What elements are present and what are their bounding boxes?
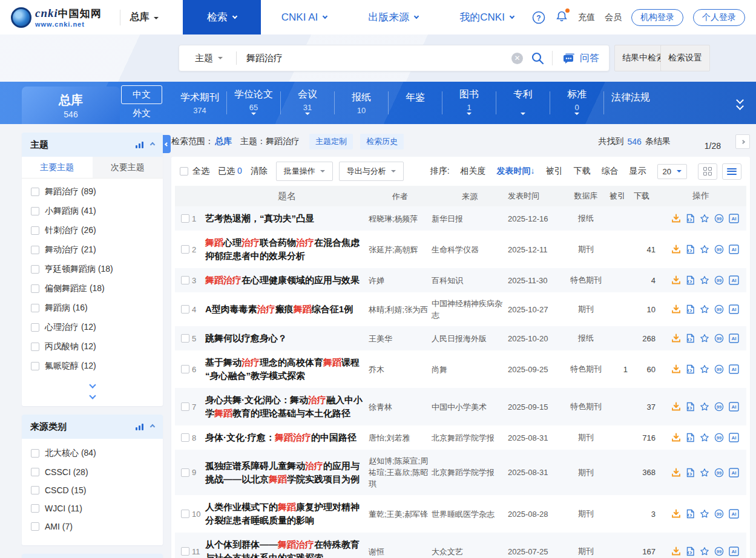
search-settings-button[interactable]: 检索设置 — [660, 45, 710, 71]
filter-item[interactable]: 舞蹈治疗 (89) — [22, 182, 163, 202]
result-source[interactable]: 世界睡眠医学杂志 — [432, 508, 508, 520]
ai-assistant-icon[interactable]: AI — [729, 214, 739, 223]
result-title-link[interactable]: 艺考热退潮，“真功夫”凸显 — [205, 212, 369, 225]
db-tab[interactable]: 学术期刊 374 — [173, 91, 226, 115]
cite-icon[interactable]: 99 — [714, 509, 724, 519]
download-icon[interactable] — [671, 304, 681, 314]
cite-icon[interactable]: 99 — [714, 214, 724, 223]
filter-item[interactable]: 亨廷顿舞蹈病 (18) — [22, 260, 163, 279]
tab-secondary-subject[interactable]: 次要主题 — [93, 157, 163, 178]
download-icon[interactable] — [671, 214, 681, 223]
cite-icon[interactable]: 99 — [714, 304, 724, 314]
filter-item[interactable]: 偏侧舞蹈症 (18) — [22, 279, 163, 298]
html-read-icon[interactable] — [686, 547, 695, 556]
favorite-star-icon[interactable] — [700, 245, 709, 254]
download-icon[interactable] — [671, 333, 681, 343]
html-read-icon[interactable] — [686, 509, 695, 519]
ai-assistant-icon[interactable]: AI — [729, 509, 739, 519]
cite-icon[interactable]: 99 — [714, 547, 724, 556]
row-checkbox[interactable] — [181, 433, 189, 442]
library-switch[interactable]: 总库 — [130, 11, 159, 24]
nav-my-cnki[interactable]: 我的CNKI — [439, 0, 534, 34]
filter-item[interactable]: 小舞蹈病 (41) — [22, 202, 163, 221]
result-title-link[interactable]: 身体·文化·疗愈：舞蹈治疗的中国路径 — [205, 431, 369, 444]
checkbox[interactable] — [31, 188, 39, 196]
checkbox[interactable] — [31, 504, 39, 513]
nav-search[interactable]: 检索 — [183, 0, 261, 34]
export-analyze-button[interactable]: 导出与分析 — [339, 162, 404, 181]
row-checkbox[interactable] — [181, 510, 189, 518]
subject-custom-button[interactable]: 主题定制 — [309, 134, 353, 149]
result-source[interactable]: 大众文艺 — [432, 546, 508, 557]
html-read-icon[interactable] — [686, 275, 695, 285]
subject-chart-icon[interactable] — [136, 142, 143, 148]
favorite-star-icon[interactable] — [700, 468, 709, 478]
favorite-star-icon[interactable] — [700, 364, 709, 374]
html-read-icon[interactable] — [686, 214, 695, 223]
help-icon[interactable]: ? — [532, 11, 545, 24]
result-authors[interactable]: 林晴;利婧;张为西 — [369, 304, 432, 315]
checkbox[interactable] — [31, 343, 39, 351]
row-checkbox[interactable] — [181, 214, 189, 223]
result-title-link[interactable]: 基于舞动治疗理念的高校体育舞蹈课程“身心融合”教学模式探索 — [205, 356, 369, 382]
filter-item[interactable]: 心理治疗 (12) — [22, 318, 163, 337]
row-checkbox[interactable] — [181, 365, 189, 373]
lang-tab-chinese[interactable]: 中文 — [121, 85, 162, 104]
db-tab[interactable]: 专利 — [496, 88, 550, 117]
db-tab[interactable]: 法律法规 — [604, 91, 657, 115]
ai-assistant-icon[interactable]: AI — [729, 402, 739, 412]
result-source[interactable]: 中国中小学美术 — [432, 401, 508, 413]
favorite-star-icon[interactable] — [700, 304, 709, 314]
row-checkbox[interactable] — [181, 468, 189, 477]
result-source[interactable]: 尚舞 — [432, 364, 508, 375]
result-authors[interactable]: 王美华 — [369, 333, 432, 344]
row-checkbox[interactable] — [181, 547, 189, 556]
cite-icon[interactable]: 99 — [714, 364, 724, 374]
db-tab-total[interactable]: 总库 546 — [22, 87, 120, 124]
org-login-button[interactable]: 机构登录 — [631, 9, 683, 26]
favorite-star-icon[interactable] — [700, 214, 709, 223]
sidebar-collapse-handle[interactable] — [163, 135, 171, 153]
result-authors[interactable]: 谢恒 — [369, 546, 432, 557]
favorite-star-icon[interactable] — [700, 275, 709, 285]
sort-comprehensive[interactable]: 综合 — [602, 166, 619, 177]
checkbox[interactable] — [31, 323, 39, 332]
clear-search-icon[interactable]: ✕ — [511, 53, 523, 64]
ai-assistant-icon[interactable]: AI — [729, 304, 739, 314]
db-tab[interactable]: 标准 0 — [550, 88, 603, 117]
download-icon[interactable] — [671, 364, 681, 374]
checkbox[interactable] — [31, 449, 39, 458]
result-source[interactable]: 北京舞蹈学院学报 — [432, 432, 508, 444]
filter-item[interactable]: 舞动治疗 (21) — [22, 240, 163, 260]
download-icon[interactable] — [671, 245, 681, 254]
ai-assistant-icon[interactable]: AI — [729, 245, 739, 254]
filter-item[interactable]: 丙戊酸钠 (12) — [22, 337, 163, 356]
download-icon[interactable] — [671, 468, 681, 478]
checkbox[interactable] — [31, 362, 39, 370]
db-tab[interactable]: 年鉴 — [389, 91, 442, 115]
row-checkbox[interactable] — [181, 305, 189, 313]
result-authors[interactable]: 赵知博;陈萊宣;周祐瑄;王嘉欣;陈昭琪 — [369, 455, 432, 490]
favorite-star-icon[interactable] — [700, 433, 709, 442]
favorite-star-icon[interactable] — [700, 547, 709, 556]
html-read-icon[interactable] — [686, 468, 695, 478]
filter-item[interactable]: 北大核心 (84) — [22, 444, 163, 463]
lang-tab-foreign[interactable]: 外文 — [121, 104, 162, 123]
result-source[interactable]: 北京舞蹈学院学报 — [432, 467, 508, 478]
result-authors[interactable]: 程晓琳;杨频萍 — [369, 213, 432, 225]
db-tab[interactable]: 图书 1 — [442, 88, 496, 117]
more-databases-icon[interactable] — [737, 97, 743, 109]
filter-item[interactable]: 氟哌啶醇 (12) — [22, 356, 163, 376]
membership-link[interactable]: 会员 — [605, 12, 622, 23]
row-checkbox[interactable] — [181, 276, 189, 284]
checkbox[interactable] — [31, 265, 39, 274]
download-icon[interactable] — [671, 433, 681, 442]
db-tab[interactable]: 会议 31 — [281, 88, 334, 117]
search-input[interactable] — [237, 53, 511, 64]
download-icon[interactable] — [671, 509, 681, 519]
cite-icon[interactable]: 99 — [714, 468, 724, 478]
sort-publish-time[interactable]: 发表时间↓ — [497, 166, 535, 177]
next-page-button[interactable] — [735, 134, 750, 149]
notification-bell-icon[interactable] — [555, 10, 568, 25]
row-checkbox[interactable] — [181, 334, 189, 343]
